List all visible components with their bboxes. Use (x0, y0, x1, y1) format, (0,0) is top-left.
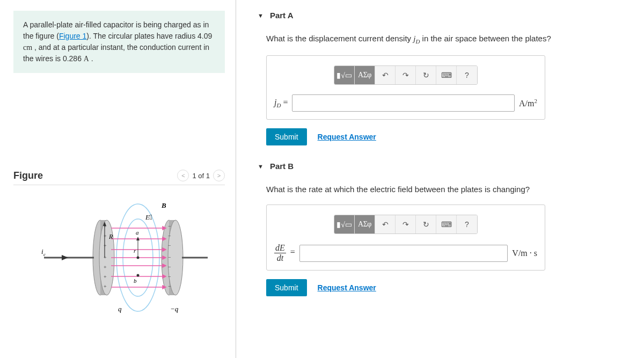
part-b-submit-row: Submit Request Answer (266, 279, 633, 296)
figure-header: Figure < 1 of 1 > (13, 170, 225, 181)
part-b-toolbar: ▮√▭ ΑΣφ ↶ ↷ ↻ ⌨ ? (334, 215, 478, 234)
part-a-answer-input[interactable] (292, 94, 515, 112)
part-a-title: Part A (270, 11, 294, 20)
svg-text:+: + (104, 274, 107, 280)
part-b-header[interactable]: ▼ Part B (258, 162, 633, 171)
unit-cm: cm (23, 43, 32, 52)
question-text: What is the displacement current density (266, 34, 413, 43)
part-a-submit-button[interactable]: Submit (266, 128, 307, 145)
part-b-question: What is the rate at which the electric f… (266, 185, 633, 194)
redo-button[interactable]: ↷ (396, 66, 416, 84)
keyboard-button[interactable]: ⌨ (436, 215, 457, 233)
help-button[interactable]: ? (457, 215, 477, 233)
svg-text:+: + (104, 283, 107, 289)
part-b-submit-button[interactable]: Submit (266, 279, 307, 296)
left-panel: A parallel-plate air-filled capacitor is… (0, 0, 236, 358)
figure-next-button[interactable]: > (213, 170, 225, 181)
part-a-toolbar: ▮√▭ ΑΣφ ↶ ↷ ↻ ⌨ ? (334, 65, 478, 85)
part-a-question: What is the displacement current density… (266, 34, 633, 45)
figure-divider (13, 185, 225, 185)
part-b-answer-box: ▮√▭ ΑΣφ ↶ ↷ ↻ ⌨ ? dEdt = V/m · s (266, 204, 545, 271)
figure-prev-button[interactable]: < (177, 170, 189, 181)
reset-button[interactable]: ↻ (416, 215, 436, 233)
svg-text:−: − (168, 223, 171, 229)
problem-text: ). The circular plates have radius 4.09 (86, 32, 212, 40)
figure-title: Figure (13, 170, 43, 181)
svg-text:c: c (43, 252, 46, 257)
keyboard-button[interactable]: ⌨ (436, 66, 457, 84)
redo-button[interactable]: ↷ (396, 215, 416, 233)
svg-text:B: B (161, 201, 166, 209)
part-b-answer-input[interactable] (299, 245, 508, 262)
part-b-title: Part B (270, 162, 294, 171)
undo-button[interactable]: ↶ (375, 66, 396, 84)
right-panel: ▼ Part A What is the displacement curren… (236, 0, 644, 358)
svg-text:+: + (104, 233, 107, 239)
part-a-unit: A/m2 (519, 98, 537, 108)
figure-nav: < 1 of 1 > (177, 170, 225, 181)
problem-text: , and at a particular instant, the condu… (23, 43, 209, 63)
svg-text:r: r (134, 247, 136, 254)
svg-text:−q: −q (170, 305, 179, 313)
help-button[interactable]: ? (457, 66, 477, 84)
caret-down-icon: ▼ (258, 12, 264, 19)
svg-text:−: − (168, 254, 171, 260)
svg-text:−: − (168, 264, 171, 270)
problem-statement: A parallel-plate air-filled capacitor is… (13, 11, 225, 73)
template-button[interactable]: ▮√▭ (334, 215, 355, 233)
figure-image: ic ic R B E⃗ a r b q −q +++ ++++ −−− −−−… (31, 196, 208, 319)
svg-point-31 (137, 274, 140, 277)
part-a-header[interactable]: ▼ Part A (258, 11, 633, 20)
figure-link[interactable]: Figure 1 (59, 32, 86, 40)
problem-text: . (89, 54, 93, 63)
reset-button[interactable]: ↻ (416, 66, 436, 84)
svg-marker-23 (62, 255, 68, 260)
svg-text:+: + (104, 223, 107, 229)
svg-text:−: − (168, 233, 171, 239)
part-b-request-answer-link[interactable]: Request Answer (318, 283, 376, 292)
figure-nav-label: 1 of 1 (192, 172, 210, 180)
question-text: in the air space between the plates? (420, 34, 551, 43)
template-button[interactable]: ▮√▭ (334, 66, 355, 84)
svg-text:−: − (168, 274, 171, 280)
caret-down-icon: ▼ (258, 163, 264, 170)
part-b-unit: V/m · s (512, 249, 537, 258)
svg-text:a: a (136, 229, 139, 236)
undo-button[interactable]: ↶ (375, 215, 396, 233)
svg-text:q: q (118, 305, 122, 313)
svg-text:b: b (134, 277, 137, 284)
svg-text:+: + (104, 243, 107, 249)
part-a-request-answer-link[interactable]: Request Answer (318, 133, 376, 141)
svg-text:E⃗: E⃗ (145, 213, 152, 221)
greek-button[interactable]: ΑΣφ (355, 215, 375, 233)
part-a-submit-row: Submit Request Answer (266, 128, 633, 145)
unit-A: A (84, 55, 89, 63)
part-a-answer-box: ▮√▭ ΑΣφ ↶ ↷ ↻ ⌨ ? jD= A/m2 (266, 55, 545, 120)
part-b-variable-label: dEdt = (274, 244, 295, 262)
svg-text:+: + (104, 264, 107, 270)
svg-text:−: − (168, 243, 171, 249)
part-a-input-row: jD= A/m2 (274, 94, 537, 112)
part-a-variable-label: jD= (274, 98, 288, 108)
svg-text:+: + (104, 254, 107, 260)
part-b-input-row: dEdt = V/m · s (274, 244, 537, 262)
svg-text:−: − (168, 283, 171, 289)
svg-text:R: R (108, 233, 113, 240)
greek-button[interactable]: ΑΣφ (355, 66, 375, 84)
